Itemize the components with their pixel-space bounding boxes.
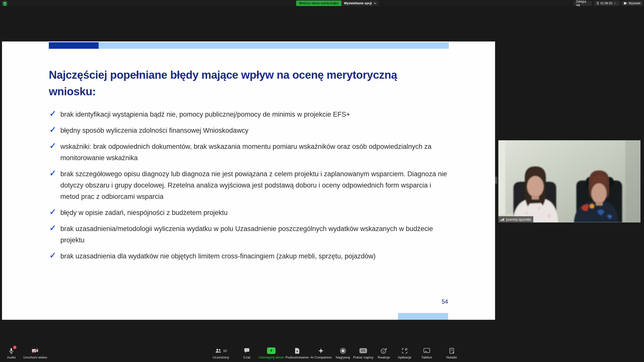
camera-off-icon [32, 348, 38, 354]
bullet-text: brak szczegółowego opisu diagnozy lub di… [60, 170, 447, 200]
signal-bars-icon [500, 218, 504, 221]
summary-document-icon [294, 348, 300, 354]
webcam-video-feed [498, 140, 640, 222]
start-video-button[interactable]: Uruchom wideo [23, 347, 47, 359]
bullet-text: błędy w opisie zadań, niespójności z bud… [60, 209, 228, 216]
record-label: Nagrywaj [336, 355, 350, 359]
audio-label: Audio [7, 355, 16, 359]
check-icon: ✓ [49, 124, 56, 135]
meeting-toolbar: ! Audio Uruchom wideo 10 Uczestnicy [0, 346, 644, 362]
ai-companion-button[interactable]: AI Companion [310, 347, 332, 359]
bullet-list: ✓brak identyfikacji wystąpienia bądź nie… [49, 109, 451, 267]
bullet-item: ✓brak szczegółowego opisu diagnozy lub d… [49, 168, 451, 202]
bullet-text: wskaźniki: brak odpowiednich dokumentów,… [60, 143, 431, 162]
summary-button[interactable]: Podsumowanie [286, 347, 309, 359]
check-icon: ✓ [49, 140, 56, 151]
share-banner-label: Widzisz ekran marta.bujko [299, 2, 339, 5]
reactions-label: Reakcje [378, 355, 390, 359]
check-icon: ✓ [49, 167, 56, 179]
video-panel-drag-handle[interactable] [495, 177, 497, 184]
ai-companion-star-icon [318, 348, 324, 354]
participants-icon [215, 348, 222, 353]
reactions-smiley-icon [381, 348, 387, 354]
participants-button[interactable]: 10 Uczestnicy [213, 347, 229, 359]
meeting-topbar: Widzisz ekran marta.bujko Wyświetlanie o… [0, 0, 644, 7]
participant-name-tag: joanna.spunda [498, 216, 533, 222]
closed-captions-icon: CC [359, 348, 367, 353]
whiteboards-button[interactable]: Tablice [421, 347, 432, 359]
summary-label: Podsumowanie [286, 355, 309, 359]
participant-video-tile[interactable]: joanna.spunda [498, 140, 640, 222]
bullet-text: brak uzasadnienia dla wydatków nie objęt… [60, 252, 376, 260]
view-label: Wyświetl [629, 2, 640, 5]
share-screen-button[interactable]: Udostępnij ekran [258, 347, 284, 359]
chat-button[interactable]: Czat [243, 347, 250, 359]
share-screen-icon [267, 347, 275, 354]
notes-label: Notatki [446, 355, 457, 359]
apps-icon [401, 348, 408, 354]
bullet-item: ✓brak uzasadnienia dla wydatków nie obję… [49, 251, 451, 262]
participant-name: joanna.spunda [506, 217, 531, 221]
record-icon [340, 348, 346, 354]
bullet-text: błędny sposób wyliczenia zdolności finan… [60, 127, 248, 134]
slide-footer-bar [398, 313, 448, 320]
notes-button[interactable]: Notatki [446, 347, 457, 359]
bullet-item: ✓brak uzasadnienia/metodologii wyliczeni… [49, 223, 451, 246]
captions-label: Pokaż napisy [353, 355, 373, 359]
check-icon: ✓ [49, 250, 56, 261]
check-icon: ✓ [49, 108, 56, 119]
bullet-item: ✓błędny sposób wyliczenia zdolności fina… [49, 125, 451, 136]
shared-screen-slide: Najczęściej popełniane błędy mające wpły… [2, 41, 495, 320]
whiteboard-icon [423, 348, 430, 354]
slide-page-number: 54 [437, 298, 452, 305]
security-shield-icon[interactable] [2, 1, 8, 7]
chevron-down-icon [614, 3, 616, 4]
bullet-item: ✓błędy w opisie zadań, niespójności z bu… [49, 207, 451, 218]
participants-count: 10 [223, 349, 227, 353]
participants-label: Uczestnicy [213, 355, 229, 359]
ai-companion-label: AI Companion [310, 355, 332, 359]
apps-button[interactable]: Aplikacje [398, 347, 411, 359]
reactions-button[interactable]: Reakcje [378, 347, 390, 359]
bullet-text: brak identyfikacji wystąpienia bądź nie,… [60, 111, 350, 118]
whiteboards-label: Tablice [421, 355, 432, 359]
view-button[interactable]: Wyświetl [621, 1, 643, 6]
chat-label: Czat [243, 355, 250, 359]
timer-value: 01:56:33 [600, 2, 612, 5]
audio-button[interactable]: ! Audio [7, 347, 16, 359]
start-video-label: Uruchom wideo [23, 355, 47, 359]
notes-notebook-icon [449, 348, 455, 354]
chevron-down-icon [374, 3, 376, 4]
hourglass-icon [597, 2, 599, 5]
apps-label: Aplikacje [398, 355, 411, 359]
bullet-item: ✓brak identyfikacji wystąpienia bądź nie… [49, 109, 451, 120]
view-layout-icon [624, 2, 627, 5]
chat-bubble-icon [244, 348, 250, 353]
slide-title: Najczęściej popełniane błędy mające wpły… [49, 67, 401, 100]
check-icon: ✓ [49, 222, 56, 234]
bullet-item: ✓wskaźniki: brak odpowiednich dokumentów… [49, 141, 451, 164]
login-button[interactable]: Zaloguj się [574, 1, 592, 6]
viewing-screen-banner[interactable]: Widzisz ekran marta.bujko [296, 1, 342, 6]
bullet-text: brak uzasadnienia/metodologii wyliczenia… [60, 225, 433, 244]
slide-accent-bar-light [99, 42, 449, 49]
slide-accent-bar-dark [49, 42, 99, 49]
meeting-timer[interactable]: 01:56:33 [594, 1, 620, 6]
display-options-label: Wyświetlanie opcji [344, 2, 372, 5]
login-label: Zaloguj się [576, 0, 590, 7]
audio-alert-badge: ! [13, 346, 17, 349]
share-screen-label: Udostępnij ekran [258, 355, 284, 359]
captions-button[interactable]: CC Pokaż napisy [353, 347, 373, 359]
record-button[interactable]: Nagrywaj [336, 347, 350, 359]
check-icon: ✓ [49, 206, 56, 217]
display-options-button[interactable]: Wyświetlanie opcji [341, 1, 379, 6]
